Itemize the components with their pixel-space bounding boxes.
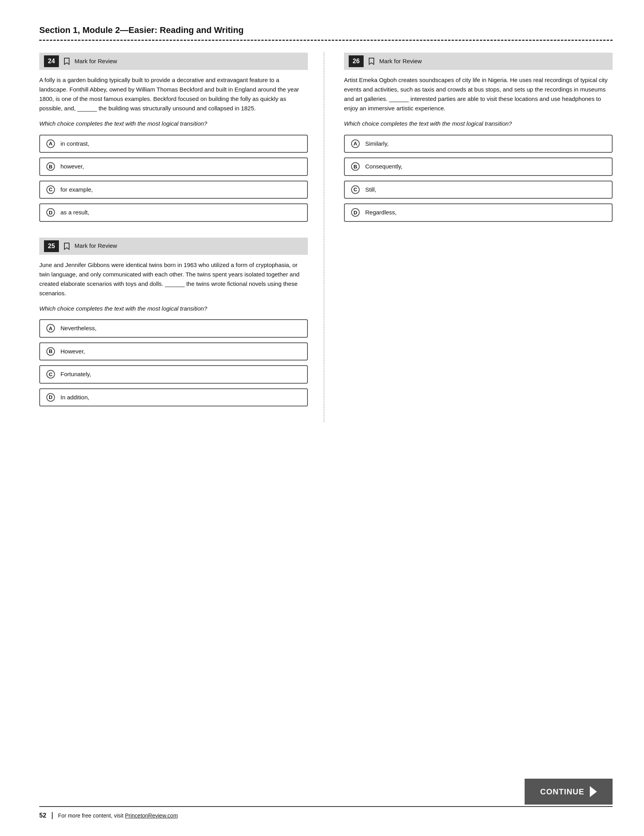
option-text-25-a: Nevertheless, xyxy=(60,324,97,333)
footer-link[interactable]: PrincetonReview.com xyxy=(125,812,178,819)
option-24-c[interactable]: C for example, xyxy=(39,181,308,199)
option-text-26-b: Consequently, xyxy=(365,162,402,171)
option-24-d[interactable]: D as a result, xyxy=(39,203,308,222)
page-footer: 52 For more free content, visit Princeto… xyxy=(39,806,613,820)
question-block-24: 24 Mark for Review A folly is a garden b… xyxy=(39,53,308,222)
option-26-d[interactable]: D Regardless, xyxy=(344,203,613,222)
option-letter-26-d: D xyxy=(351,208,360,217)
option-text-26-c: Still, xyxy=(365,185,376,194)
dashed-divider xyxy=(39,40,613,41)
bookmark-icon-26 xyxy=(368,57,375,65)
question-number-26: 26 xyxy=(349,55,364,67)
option-text-24-c: for example, xyxy=(60,185,93,194)
option-text-24-d: as a result, xyxy=(60,208,89,217)
content-columns: 24 Mark for Review A folly is a garden b… xyxy=(39,53,613,422)
option-25-a[interactable]: A Nevertheless, xyxy=(39,319,308,338)
option-25-b[interactable]: B However, xyxy=(39,342,308,361)
question-header-24: 24 Mark for Review xyxy=(39,53,308,70)
option-text-24-b: however, xyxy=(60,162,84,171)
option-text-24-a: in contrast, xyxy=(60,139,89,148)
option-letter-24-d: D xyxy=(46,208,55,217)
question-block-26: 26 Mark for Review Artist Emeka Ogboh cr… xyxy=(344,53,613,222)
option-letter-25-a: A xyxy=(46,324,55,333)
page-header: Section 1, Module 2—Easier: Reading and … xyxy=(39,24,613,41)
bookmark-icon-25 xyxy=(64,242,70,250)
footer-separator xyxy=(52,812,53,819)
question-number-24: 24 xyxy=(44,55,59,67)
column-left: 24 Mark for Review A folly is a garden b… xyxy=(39,53,324,422)
mark-for-review-24: Mark for Review xyxy=(75,57,117,66)
column-right: 26 Mark for Review Artist Emeka Ogboh cr… xyxy=(340,53,613,422)
mark-for-review-26: Mark for Review xyxy=(379,57,422,66)
option-letter-25-d: D xyxy=(46,393,55,402)
option-text-25-b: However, xyxy=(60,347,85,356)
passage-26: Artist Emeka Ogboh creates soundscapes o… xyxy=(344,75,613,113)
passage-24: A folly is a garden building typically b… xyxy=(39,75,308,113)
option-text-26-d: Regardless, xyxy=(365,208,397,217)
option-text-25-c: Fortunately, xyxy=(60,370,91,379)
option-25-d[interactable]: D In addition, xyxy=(39,388,308,407)
option-25-c[interactable]: C Fortunately, xyxy=(39,365,308,384)
question-block-25: 25 Mark for Review June and Jennifer Gib… xyxy=(39,238,308,407)
option-letter-26-b: B xyxy=(351,162,360,171)
question-header-26: 26 Mark for Review xyxy=(344,53,613,70)
continue-arrow-icon xyxy=(590,786,597,797)
prompt-25: Which choice completes the text with the… xyxy=(39,304,308,313)
option-letter-26-a: A xyxy=(351,139,360,148)
question-number-25: 25 xyxy=(44,240,59,252)
option-letter-24-a: A xyxy=(46,139,55,148)
option-text-26-a: Similarly, xyxy=(365,139,389,148)
option-letter-25-b: B xyxy=(46,347,55,356)
option-text-25-d: In addition, xyxy=(60,393,89,402)
mark-for-review-25: Mark for Review xyxy=(75,241,117,251)
continue-button[interactable]: CONTINUE xyxy=(525,779,613,805)
footer-page-number: 52 xyxy=(39,811,46,820)
prompt-24: Which choice completes the text with the… xyxy=(39,119,308,128)
option-26-a[interactable]: A Similarly, xyxy=(344,135,613,153)
option-24-a[interactable]: A in contrast, xyxy=(39,135,308,153)
prompt-26: Which choice completes the text with the… xyxy=(344,119,613,128)
option-letter-26-c: C xyxy=(351,185,360,194)
page-title: Section 1, Module 2—Easier: Reading and … xyxy=(39,24,613,37)
bookmark-icon xyxy=(64,57,70,65)
option-26-c[interactable]: C Still, xyxy=(344,181,613,199)
page: Section 1, Module 2—Easier: Reading and … xyxy=(0,0,644,836)
footer-text: For more free content, visit PrincetonRe… xyxy=(58,812,178,820)
continue-label: CONTINUE xyxy=(540,786,584,798)
option-24-b[interactable]: B however, xyxy=(39,157,308,176)
option-letter-24-b: B xyxy=(46,162,55,171)
passage-25: June and Jennifer Gibbons were identical… xyxy=(39,260,308,298)
question-header-25: 25 Mark for Review xyxy=(39,238,308,255)
option-letter-24-c: C xyxy=(46,185,55,194)
option-letter-25-c: C xyxy=(46,370,55,379)
option-26-b[interactable]: B Consequently, xyxy=(344,157,613,176)
